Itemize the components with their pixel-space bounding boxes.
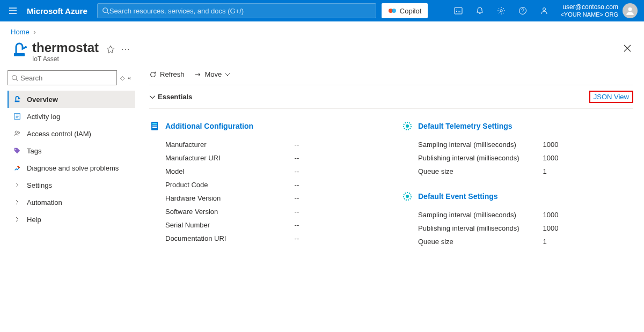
event-section: Default Event Settings Sampling interval… — [402, 191, 633, 248]
user-account-button[interactable]: user@contoso.com <YOUR NAME> ORG — [555, 3, 640, 18]
sidebar-item-activity-log[interactable]: Activity log — [8, 108, 135, 125]
sidebar-item-label: Access control (IAM) — [27, 130, 91, 138]
main-content: Refresh Move Essentials JSON View — [136, 63, 644, 248]
svg-rect-19 — [152, 123, 157, 124]
refresh-label: Refresh — [160, 70, 185, 78]
prop-row: Sampling interval (milliseconds)1000 — [402, 138, 633, 151]
sidebar: ◇ « Overview Activity log Access control… — [0, 63, 136, 248]
close-blade-icon[interactable] — [624, 45, 631, 52]
sidebar-item-automation[interactable]: Automation — [8, 194, 135, 211]
svg-rect-13 — [15, 101, 20, 102]
top-icons: user@contoso.com <YOUR NAME> ORG — [448, 0, 640, 21]
sidebar-item-label: Overview — [27, 95, 58, 104]
copilot-icon — [388, 6, 397, 15]
page-title: thermostat — [32, 40, 99, 55]
sidebar-item-access-control[interactable]: Access control (IAM) — [8, 125, 135, 142]
svg-point-17 — [16, 149, 17, 150]
favorite-star-icon[interactable] — [106, 45, 115, 54]
expand-collapse-icon[interactable]: ◇ — [120, 75, 125, 82]
top-bar: Microsoft Azure Copilot user@contoso.com… — [0, 0, 644, 21]
prop-row: Product Code-- — [149, 178, 380, 191]
prop-row: Manufacturer URI-- — [149, 151, 380, 165]
feedback-icon[interactable] — [533, 0, 555, 21]
move-button[interactable]: Move — [194, 70, 231, 78]
tags-icon — [13, 146, 21, 155]
hamburger-menu-icon[interactable] — [4, 2, 21, 19]
svg-rect-21 — [152, 127, 157, 128]
sidebar-search-input[interactable] — [20, 74, 113, 82]
access-control-icon — [13, 129, 21, 138]
essentials-header: Essentials JSON View — [149, 85, 633, 109]
essentials-label: Essentials — [158, 93, 192, 101]
user-org: <YOUR NAME> ORG — [560, 11, 618, 18]
sidebar-item-label: Tags — [27, 147, 41, 155]
help-icon[interactable] — [512, 0, 533, 21]
sidebar-item-label: Settings — [27, 181, 52, 189]
event-title[interactable]: Default Event Settings — [418, 192, 498, 201]
svg-point-3 — [392, 9, 396, 13]
cloud-shell-icon[interactable] — [448, 0, 469, 21]
breadcrumb: Home › — [0, 21, 644, 38]
svg-point-23 — [406, 124, 409, 128]
collapse-sidebar-icon[interactable]: « — [128, 75, 131, 81]
right-column: Default Telemetry Settings Sampling inte… — [402, 121, 633, 248]
global-search[interactable] — [97, 3, 376, 18]
svg-rect-4 — [455, 8, 462, 14]
brand-label[interactable]: Microsoft Azure — [21, 6, 97, 16]
additional-config-title[interactable]: Additional Configuration — [165, 122, 253, 130]
details-grid: Additional Configuration Manufacturer-- … — [149, 109, 633, 248]
title-text: thermostat IoT Asset — [32, 40, 99, 63]
sidebar-item-diagnose[interactable]: Diagnose and solve problems — [8, 159, 135, 176]
sidebar-item-label: Activity log — [27, 113, 60, 121]
json-view-highlight: JSON View — [589, 91, 633, 103]
chevron-right-icon — [13, 181, 21, 189]
prop-row: Manufacturer-- — [149, 138, 380, 151]
settings-gear-icon[interactable] — [491, 0, 512, 21]
prop-row: Documentation URI-- — [149, 232, 380, 245]
notifications-icon[interactable] — [469, 0, 491, 21]
prop-row: Hardware Version-- — [149, 191, 380, 205]
json-view-link[interactable]: JSON View — [594, 93, 629, 101]
refresh-icon — [149, 71, 157, 78]
chevron-right-icon: › — [33, 28, 35, 36]
svg-point-25 — [406, 195, 409, 198]
svg-line-12 — [16, 79, 18, 80]
diagnose-icon — [13, 164, 21, 172]
move-icon — [194, 71, 202, 78]
prop-row: Publishing interval (milliseconds)1000 — [402, 222, 633, 235]
svg-point-15 — [15, 131, 17, 133]
chevron-right-icon — [13, 215, 21, 224]
config-icon — [149, 121, 160, 131]
global-search-input[interactable] — [109, 7, 371, 15]
user-email: user@contoso.com — [560, 3, 618, 11]
sidebar-item-label: Help — [27, 216, 41, 224]
prop-row: Queue size1 — [402, 235, 633, 248]
sidebar-item-label: Diagnose and solve problems — [27, 164, 119, 172]
sidebar-item-help[interactable]: Help — [8, 211, 135, 228]
breadcrumb-home[interactable]: Home — [11, 28, 30, 36]
telemetry-title[interactable]: Default Telemetry Settings — [418, 122, 513, 130]
more-ellipsis-icon[interactable]: ··· — [121, 45, 130, 54]
additional-config-section: Additional Configuration Manufacturer-- … — [149, 121, 380, 248]
prop-row: Serial Number-- — [149, 218, 380, 232]
move-label: Move — [205, 70, 222, 78]
sidebar-item-settings[interactable]: Settings — [8, 176, 135, 194]
sidebar-search[interactable] — [8, 70, 117, 85]
sidebar-item-overview[interactable]: Overview — [8, 91, 135, 108]
essentials-toggle[interactable]: Essentials — [149, 93, 192, 101]
prop-row: Queue size1 — [402, 165, 633, 178]
prop-row: Sampling interval (milliseconds)1000 — [402, 208, 633, 222]
svg-line-1 — [107, 12, 109, 14]
search-icon — [11, 75, 18, 82]
user-text: user@contoso.com <YOUR NAME> ORG — [560, 3, 618, 18]
avatar — [623, 3, 638, 18]
telemetry-section: Default Telemetry Settings Sampling inte… — [402, 121, 633, 178]
refresh-button[interactable]: Refresh — [149, 70, 185, 78]
title-row: thermostat IoT Asset ··· — [0, 38, 644, 63]
prop-row: Model-- — [149, 165, 380, 178]
copilot-button[interactable]: Copilot — [382, 3, 428, 18]
chevron-down-icon — [149, 94, 156, 100]
svg-point-7 — [543, 8, 546, 11]
sidebar-item-tags[interactable]: Tags — [8, 142, 135, 159]
prop-row: Software Version-- — [149, 205, 380, 218]
